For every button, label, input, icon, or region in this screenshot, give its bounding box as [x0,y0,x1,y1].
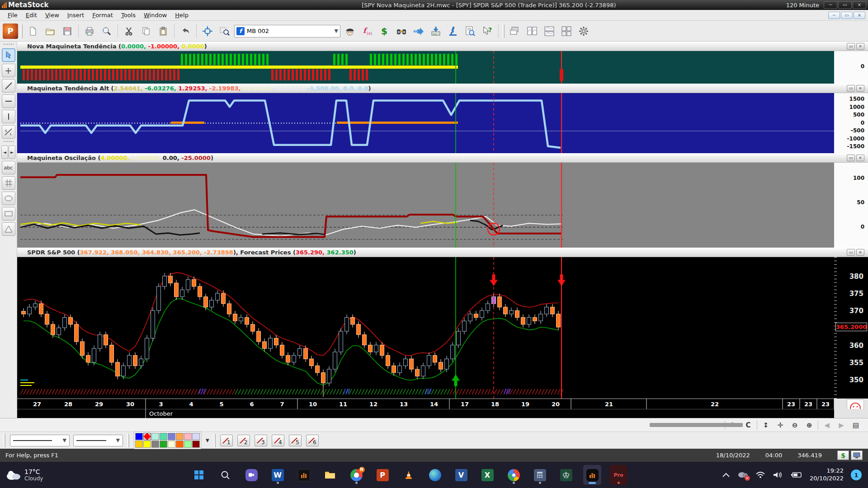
custom-tool-6[interactable]: 6 [306,435,319,446]
color-swatch[interactable] [135,433,143,440]
rectangle-tool[interactable] [2,207,15,221]
color-swatch[interactable] [184,441,192,448]
taskbar-search-button[interactable] [216,465,234,485]
tray-expand-icon[interactable] [722,472,730,478]
color-swatch[interactable] [143,433,151,440]
taskbar-start-button[interactable] [190,465,208,485]
taskbar-vlc-button[interactable] [400,465,418,485]
speaker-icon[interactable] [773,471,783,479]
horizontal-line-tool[interactable] [2,94,15,108]
taskbar-chat-button[interactable] [242,465,260,485]
taskbar-powerpoint-button[interactable]: P [373,465,392,485]
color-swatch[interactable] [160,433,167,440]
panel4-header[interactable]: SPDR S&P 500 ( 367.922, 368.050, 364.830… [17,248,868,257]
crosshair-button[interactable] [200,23,215,39]
color-swatch[interactable] [176,433,184,440]
panel3-close-button[interactable]: × [856,155,864,161]
tile-vertical-button[interactable] [524,23,540,39]
triangle-tool[interactable] [2,222,15,236]
panel3-plot[interactable] [17,163,834,248]
color-swatch[interactable] [151,433,159,440]
color-swatch[interactable] [176,441,184,448]
print-preview-button[interactable] [99,23,114,39]
taskbar-chess-button[interactable]: ♔ [557,465,575,485]
taskbar-metastock-button[interactable] [295,465,313,485]
undo-button[interactable] [178,23,193,39]
taskbar-weather[interactable]: 17°C Cloudy [0,468,190,482]
formula-combo[interactable]: f MB 002 ▼ [234,25,340,38]
toolbar-grip[interactable] [21,24,23,38]
collapse-button[interactable]: C [742,420,754,430]
palette-grip[interactable] [4,44,14,46]
crosshair-tool[interactable]: + [2,64,15,77]
fit-vertical-button[interactable]: ↕ [760,420,772,430]
custom-tool-2[interactable]: 2 [237,435,250,446]
custom-tool-3[interactable]: 3 [255,435,267,446]
next-button[interactable]: ▶ [835,420,847,430]
report-button[interactable] [462,23,478,39]
cut-button[interactable] [121,23,137,39]
color-swatch[interactable] [143,441,151,448]
menu-format[interactable]: Format [88,10,117,20]
cascade-windows-button[interactable] [507,23,523,39]
panel3-header[interactable]: Maquineta Oscilação ( 4.00000, 1.58098, … [17,153,868,163]
context-help-button[interactable]: ? [480,23,495,39]
panel1-restore-button[interactable]: ▭ [847,43,855,50]
panel4-close-button[interactable]: × [856,249,864,256]
panel1-plot[interactable] [17,51,834,84]
palette-grip-2[interactable] [4,141,14,143]
panel4-plot[interactable] [17,257,834,399]
toolbar-grip-2[interactable] [503,24,505,38]
notification-badge[interactable]: 1 [851,469,862,480]
pointer-tool[interactable] [2,48,15,62]
scroll-left-button[interactable]: ◄ [1,145,8,159]
color-swatch[interactable] [168,433,175,440]
panel2-header[interactable]: Maquineta Tendência Alt ( 2.54041, -6.03… [17,84,868,93]
paste-button[interactable] [156,23,171,39]
forecast-button[interactable] [411,23,426,39]
color-toolbar-grip[interactable] [127,434,129,447]
menu-file[interactable]: File [4,10,22,20]
layout-button[interactable]: ▤ [850,420,862,430]
zoom-select-button[interactable] [217,23,232,39]
taskbar-file-explorer-button[interactable] [321,465,339,485]
menu-tools[interactable]: Tools [117,10,140,20]
numbered-tools-grip[interactable] [214,434,216,447]
line-weight-combo[interactable]: ▼ [73,435,123,446]
minimize-button[interactable]: ─ [824,1,837,9]
taskbar-chrome-n-button[interactable]: N [347,465,365,485]
vertical-line-tool[interactable] [2,110,15,123]
tile-horizontal-button[interactable] [542,23,557,39]
close-button[interactable]: × [853,1,866,9]
scroll-right-button[interactable]: ► [9,145,15,159]
child-minimize-button[interactable]: ─ [828,12,840,19]
color-swatch[interactable] [151,441,159,448]
copy-button[interactable] [138,23,154,39]
restore-button[interactable]: ▭ [838,1,852,9]
taskbar-clock[interactable]: 19:22 20/10/2022 [810,467,844,483]
palette-dropdown-icon[interactable]: ▼ [206,438,209,443]
tile-quad-button[interactable] [559,23,574,39]
open-button[interactable] [42,23,58,39]
wifi-icon[interactable] [755,471,765,479]
horizontal-scrollbar-thumb[interactable] [650,423,743,427]
metastock-pro-icon[interactable]: P [3,23,18,39]
color-swatch[interactable] [184,433,192,440]
ellipse-tool[interactable] [2,192,15,205]
panel3-restore-button[interactable]: ▭ [847,155,855,161]
trendline-tool[interactable] [2,79,15,93]
connection-status-button[interactable] [851,450,863,460]
print-button[interactable] [82,23,97,39]
color-swatch[interactable] [135,441,143,448]
combo-dropdown-icon[interactable]: ▼ [335,28,338,34]
color-swatch[interactable] [192,441,200,448]
taskbar-visio-button[interactable]: V [452,465,470,485]
panel4-restore-button[interactable]: ▭ [847,249,855,256]
battery-icon[interactable] [791,472,802,478]
child-close-button[interactable]: × [854,12,865,19]
menu-edit[interactable]: Edit [22,10,41,20]
panel2-plot[interactable] [17,93,834,153]
zoom-out-button[interactable]: ⊖ [789,420,801,430]
quotes-status-button[interactable]: $ [837,450,849,460]
pan-button[interactable]: ✛ [774,420,786,430]
